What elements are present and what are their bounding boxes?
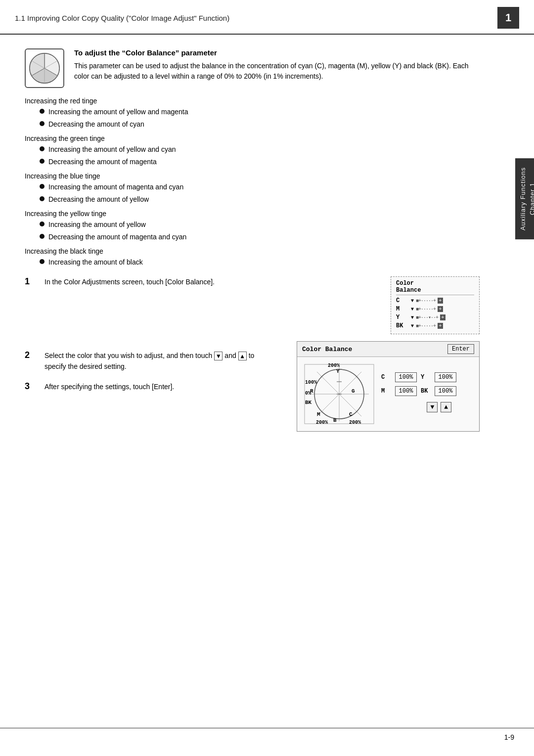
- cb-row-y: Y ▼ ■+···▾··+ +: [396, 314, 474, 321]
- color-balance-small-panel: ColorBalance C ▼ ■+·····+ + M ▼ ■+·····+…: [391, 276, 480, 334]
- cb-label-y: Y: [396, 314, 407, 321]
- cb-arrow-m: ▼: [411, 307, 414, 312]
- bullet-list-yellow: Increasing the amount of yellow Decreasi…: [40, 220, 480, 242]
- step1-row: 1 In the Color Adjustments screen, touch…: [25, 276, 480, 334]
- cb-track-m: ■+·····+: [416, 307, 436, 312]
- cb-row-m: M ▼ ■+·····+ +: [396, 306, 474, 312]
- wheel-svg: [302, 362, 376, 426]
- bullet-text: Decreasing the amount of yellow: [48, 194, 149, 205]
- bullet-icon: [40, 146, 44, 151]
- up-arrow-btn[interactable]: ▲: [238, 352, 247, 360]
- cb-big-buttons: ▼ ▲: [381, 400, 456, 416]
- bullet-icon: [40, 222, 44, 226]
- cb-label-m: M: [396, 306, 407, 312]
- header: 1.1 Improving Color Copy Quality ("Color…: [0, 0, 534, 35]
- bullet-icon: [40, 109, 44, 114]
- bullet-text: Increasing the amount of yellow and cyan: [48, 144, 176, 155]
- section-yellow: Increasing the yellow tinge Increasing t…: [25, 210, 480, 242]
- cb-big-body: 200% Y 100% R G 0% BK: [297, 357, 479, 431]
- cb-small-title: ColorBalance: [396, 280, 474, 295]
- color-icon: [25, 48, 64, 88]
- steps-23-container: 2 Select the color that you wish to adju…: [25, 341, 480, 432]
- cb-arrow-y: ▼: [411, 315, 414, 320]
- cb-track-c: ■+·····+: [416, 298, 436, 304]
- cb-val-label-c: C: [381, 374, 391, 381]
- cb-down-button[interactable]: ▼: [427, 402, 438, 412]
- step-3-number: 3: [25, 381, 37, 392]
- cb-val-y: 100%: [435, 372, 456, 382]
- chapter-box: 1: [497, 7, 519, 29]
- cb-plus-c: +: [438, 298, 443, 304]
- section-head-black: Increasing the black tinge: [25, 247, 480, 255]
- header-title: 1.1 Improving Color Copy Quality ("Color…: [15, 14, 229, 22]
- section-green: Increasing the green tinge Increasing th…: [25, 134, 480, 167]
- bullet-text: Increasing the amount of magenta and cya…: [48, 182, 183, 192]
- cb-arrow-c: ▼: [411, 298, 414, 304]
- cb-plus-y: +: [440, 314, 445, 320]
- cb-track-bk: ■+·····+: [416, 323, 436, 329]
- bullet-text: Decreasing the amount of cyan: [48, 119, 144, 130]
- list-item: Decreasing the amount of yellow: [40, 194, 480, 205]
- cb-label-c: C: [396, 297, 407, 304]
- cb-big-header: Color Balance Enter: [297, 342, 479, 357]
- section-head-red: Increasing the red tinge: [25, 97, 480, 105]
- step-2-number: 2: [25, 350, 37, 360]
- section-black: Increasing the black tinge Increasing th…: [25, 247, 480, 267]
- list-item: Increasing the amount of yellow and mage…: [40, 107, 480, 117]
- side-tab: Auxiliary Functions Chapter 1: [515, 158, 534, 239]
- bullet-text: Decreasing the amount of magenta: [48, 157, 157, 167]
- list-item: Increasing the amount of black: [40, 257, 480, 267]
- footer: 1-9: [0, 728, 534, 746]
- cb-row-c: C ▼ ■+·····+ +: [396, 297, 474, 304]
- bullet-list-black: Increasing the amount of black: [40, 257, 480, 267]
- step-1: 1 In the Color Adjustments screen, touch…: [25, 276, 371, 287]
- cb-val-c: 100%: [395, 372, 417, 382]
- section-head-blue: Increasing the blue tinge: [25, 172, 480, 180]
- section-blue: Increasing the blue tinge Increasing the…: [25, 172, 480, 205]
- steps-23-text: 2 Select the color that you wish to adju…: [25, 341, 272, 401]
- bullet-text: Increasing the amount of black: [48, 257, 143, 267]
- list-item: Increasing the amount of magenta and cya…: [40, 182, 480, 192]
- bullet-text: Increasing the amount of yellow: [48, 220, 146, 230]
- cb-enter-button[interactable]: Enter: [447, 344, 474, 354]
- intro-text: To adjust the “Color Balance” parameter …: [74, 48, 480, 88]
- cb-values: C 100% Y 100% M 100% BK 100% ▼: [381, 362, 456, 426]
- cb-label-bk: BK: [396, 322, 407, 329]
- step-2-text: Select the color that you wish to adjust…: [44, 350, 272, 372]
- main-content: To adjust the “Color Balance” parameter …: [0, 35, 514, 452]
- bullet-icon: [40, 259, 44, 264]
- bullet-icon: [40, 184, 44, 189]
- chapter-number: 1: [505, 11, 511, 24]
- cb-val-label-y: Y: [421, 374, 431, 381]
- cb-arrow-bk: ▼: [411, 323, 414, 329]
- page: 1.1 Improving Color Copy Quality ("Color…: [0, 0, 534, 756]
- cb-big-title: Color Balance: [302, 346, 352, 353]
- cb-up-button[interactable]: ▲: [441, 402, 451, 412]
- cb-track-y: ■+···▾··+: [416, 314, 438, 320]
- step-2: 2 Select the color that you wish to adju…: [25, 350, 272, 372]
- color-wheel: 200% Y 100% R G 0% BK: [302, 362, 376, 426]
- page-number: 1-9: [504, 733, 514, 741]
- cb-plus-bk: +: [438, 323, 443, 329]
- cb-val-row-c: C 100% Y 100%: [381, 372, 456, 382]
- step-3-text: After specifying the settings, touch [En…: [44, 381, 272, 392]
- side-tab-chapter: Chapter 1: [529, 182, 534, 215]
- sections-container: Increasing the red tinge Increasing the …: [25, 97, 480, 267]
- cb-val-label-bk: BK: [421, 388, 431, 395]
- color-balance-big-panel: Color Balance Enter: [297, 341, 480, 432]
- cb-val-bk: 100%: [435, 386, 456, 396]
- step-1-text: In the Color Adjustments screen, touch […: [44, 276, 371, 287]
- cb-plus-m: +: [438, 306, 443, 312]
- list-item: Increasing the amount of yellow and cyan: [40, 144, 480, 155]
- cb-val-m: 100%: [395, 386, 417, 396]
- bullet-icon: [40, 196, 44, 201]
- cb-row-bk: BK ▼ ■+·····+ +: [396, 322, 474, 329]
- section-red: Increasing the red tinge Increasing the …: [25, 97, 480, 130]
- step-3: 3 After specifying the settings, touch […: [25, 381, 272, 392]
- list-item: Decreasing the amount of magenta: [40, 157, 480, 167]
- intro-title: To adjust the “Color Balance” parameter: [74, 48, 480, 57]
- section-head-green: Increasing the green tinge: [25, 134, 480, 142]
- list-item: Decreasing the amount of cyan: [40, 119, 480, 130]
- down-arrow-btn[interactable]: ▼: [214, 352, 222, 360]
- bullet-list-green: Increasing the amount of yellow and cyan…: [40, 144, 480, 167]
